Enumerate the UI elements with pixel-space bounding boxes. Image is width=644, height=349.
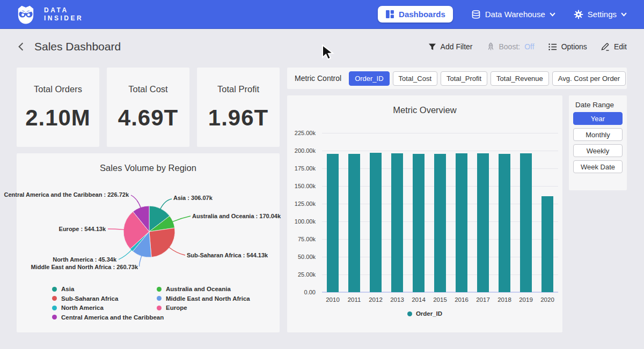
legend-item-asia[interactable]: Asia <box>52 286 164 292</box>
pie-label-australia-oceania: Australia and Oceania : 170.04k <box>192 213 281 219</box>
pie-leader-line <box>108 229 124 229</box>
legend-dot <box>52 315 57 320</box>
bar-chart-legend[interactable]: Order_ID <box>287 310 562 317</box>
bar-2014[interactable] <box>413 154 425 292</box>
sales-volume-chart-card: Sales Volume by Region Asia : 306.07k Au… <box>17 153 280 332</box>
legend-item-central-america-caribbean[interactable]: Central America and the Caribbean <box>52 314 164 321</box>
pie-label-central-america-caribbean: Central America and the Caribbean : 226.… <box>4 191 129 198</box>
legend-label: Order_ID <box>416 310 442 317</box>
chip-avg-cost-per-order[interactable]: Avg. Cost per Order <box>552 71 626 86</box>
nav-dashboards-button[interactable]: Dashboards <box>378 6 453 23</box>
bar-2020[interactable] <box>541 196 553 292</box>
nav-settings-label: Settings <box>588 10 617 19</box>
options-list-icon <box>548 43 557 51</box>
chip-total-revenue[interactable]: Total_Revenue <box>491 71 549 86</box>
date-range-year-button[interactable]: Year <box>573 112 623 125</box>
chip-total-profit[interactable]: Total_Profit <box>441 71 487 86</box>
kpi-value: 2.10M <box>25 105 91 131</box>
legend-dot <box>157 296 162 301</box>
kpi-card-total-profit: Total Profit 1.96T <box>197 68 280 147</box>
pie-label-europe: Europe : 544.13k <box>59 226 106 232</box>
pie-leader-line <box>119 250 132 259</box>
boost-toggle[interactable]: Boost: Off <box>487 42 535 51</box>
y-tick-label: 200.00k <box>287 147 316 154</box>
bar-2016[interactable] <box>456 153 467 293</box>
y-tick-label: 75.00k <box>287 236 316 242</box>
x-tick-label: 2011 <box>343 296 365 303</box>
gridline <box>322 151 558 151</box>
y-tick-label: 225.00k <box>287 130 316 136</box>
pie-leader-line <box>169 247 185 255</box>
pie-leader-line <box>140 256 142 266</box>
legend-dot <box>52 306 57 310</box>
date-range-label: Date Range <box>575 101 614 109</box>
bar-2012[interactable] <box>370 153 382 292</box>
bar-2011[interactable] <box>348 154 360 292</box>
legend-dot <box>157 306 162 310</box>
chip-order-id[interactable]: Order_ID <box>349 71 389 86</box>
kpi-value: 4.69T <box>118 105 178 131</box>
bar-2013[interactable] <box>391 153 403 292</box>
legend-item-australia-oceania[interactable]: Australia and Oceania <box>157 286 250 292</box>
x-tick-label: 2015 <box>429 296 451 303</box>
pie-label-middle-east-north-africa: Middle East and North Africa : 260.73k <box>31 264 138 270</box>
gridline <box>322 133 558 133</box>
bar-2019[interactable] <box>520 153 532 292</box>
brand: DATA INSIDER <box>15 4 83 25</box>
y-tick-label: 150.00k <box>287 183 316 189</box>
page-header: Sales Dashboard Add Filter Boost: Off <box>0 29 644 64</box>
database-icon <box>471 10 481 19</box>
y-tick-label: 125.00k <box>287 201 316 207</box>
brand-line1: DATA <box>44 6 83 14</box>
date-range-week-date-button[interactable]: Week Date <box>573 160 623 173</box>
x-tick-label: 2020 <box>537 296 558 303</box>
owl-logo-icon <box>15 4 36 25</box>
y-tick-label: 50.00k <box>287 254 316 260</box>
bar-2017[interactable] <box>477 153 489 292</box>
boost-state: Off <box>524 42 534 51</box>
nav-dashboards-label: Dashboards <box>399 10 445 19</box>
back-button[interactable] <box>15 41 27 53</box>
date-range-panel: Date Range Year Monthly Weekly Week Date <box>569 95 627 190</box>
x-tick-label: 2012 <box>365 296 386 303</box>
y-tick-label: 175.00k <box>287 165 316 172</box>
legend-item-europe[interactable]: Europe <box>157 305 250 311</box>
legend-dot <box>407 311 412 316</box>
brand-line2: INSIDER <box>44 14 83 23</box>
add-filter-button[interactable]: Add Filter <box>428 42 473 51</box>
nav-settings[interactable]: Settings <box>574 10 627 19</box>
bar-plot[interactable] <box>322 133 558 292</box>
bar-2010[interactable] <box>327 154 339 292</box>
bar-2018[interactable] <box>499 154 510 292</box>
chevron-down-icon <box>621 12 627 17</box>
dashboards-icon <box>385 10 394 19</box>
pie-label-asia: Asia : 306.07k <box>173 195 213 201</box>
pie-legend-column-1: Asia Sub-Saharan Africa North America Ce… <box>52 286 164 321</box>
date-range-monthly-button[interactable]: Monthly <box>573 128 623 141</box>
nav-data-warehouse[interactable]: Data Warehouse <box>471 10 555 19</box>
legend-item-middle-east-north-africa[interactable]: Middle East and North Africa <box>157 295 250 302</box>
kpi-label: Total Cost <box>128 84 167 94</box>
date-range-weekly-button[interactable]: Weekly <box>573 144 623 157</box>
legend-dot <box>157 287 162 292</box>
bar-chart-title: Metric Overview <box>287 105 562 115</box>
x-tick-label: 2018 <box>494 296 515 303</box>
pie-label-north-america: North America : 45.34k <box>53 256 116 263</box>
options-button[interactable]: Options <box>548 42 587 51</box>
filter-icon <box>428 43 436 51</box>
boost-label: Boost: <box>499 42 521 51</box>
x-tick-label: 2019 <box>515 296 537 303</box>
edit-button[interactable]: Edit <box>601 42 627 51</box>
bar-2015[interactable] <box>434 154 446 292</box>
edit-pencil-icon <box>601 42 610 51</box>
y-tick-label: 25.00k <box>287 271 316 278</box>
legend-item-north-america[interactable]: North America <box>52 305 164 311</box>
chip-total-cost[interactable]: Total_Cost <box>393 71 437 86</box>
back-icon <box>17 42 25 51</box>
pie-leader-line <box>172 216 191 222</box>
kpi-label: Total Orders <box>34 84 82 94</box>
legend-item-sub-saharan-africa[interactable]: Sub-Saharan Africa <box>52 295 164 302</box>
top-nav: DATA INSIDER Dashboards Data Warehouse <box>0 0 644 29</box>
x-tick-label: 2013 <box>386 296 408 303</box>
pie-slice-sub-saharan-africa[interactable] <box>149 228 175 257</box>
